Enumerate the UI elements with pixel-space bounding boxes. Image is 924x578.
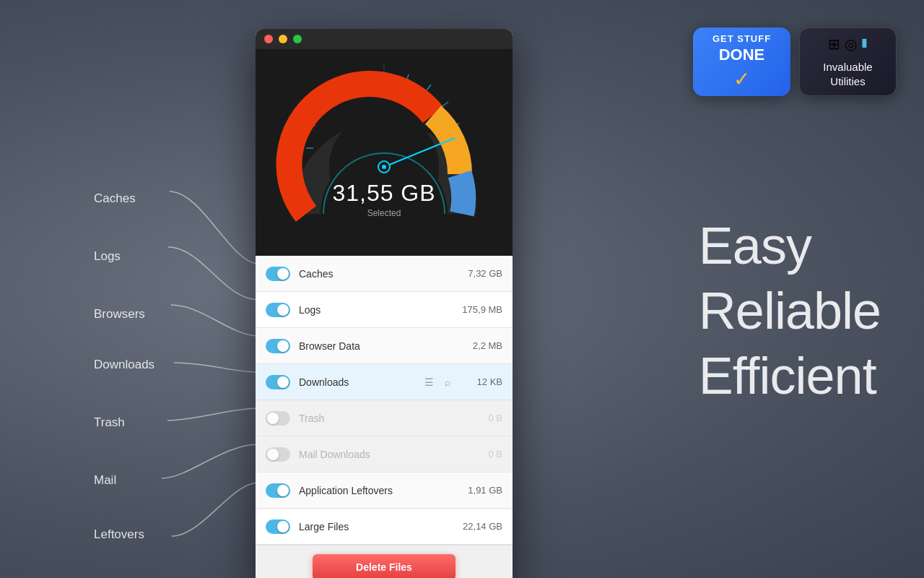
gauge-value: 31,55 GB <box>332 180 435 207</box>
item-size-mail-downloads: 0 B <box>463 449 502 460</box>
label-downloads: Downloads <box>94 358 154 372</box>
item-size-trash: 0 B <box>463 413 502 423</box>
downloads-icons: ☰ ⌕ <box>422 376 454 389</box>
toggle-knob-caches <box>277 268 289 280</box>
list-item-mail-downloads[interactable]: Mail Downloads 0 B <box>256 436 513 473</box>
tagline-easy: Easy <box>699 213 881 278</box>
tagline-efficient: Efficient <box>699 343 881 408</box>
tagline-reliable: Reliable <box>699 278 881 343</box>
item-name-caches: Caches <box>299 268 463 280</box>
toggle-knob-trash <box>267 413 279 424</box>
toggle-knob-browser <box>277 340 289 352</box>
toggle-knob-large-files <box>277 521 289 532</box>
toggle-browser-data[interactable] <box>266 339 290 353</box>
label-caches: Caches <box>94 191 136 206</box>
label-logs: Logs <box>94 249 121 264</box>
item-size-app-leftovers: 1,91 GB <box>463 485 502 496</box>
gauge-selected-label: Selected <box>332 208 435 218</box>
item-name-trash: Trash <box>299 413 463 424</box>
list-icon[interactable]: ☰ <box>422 376 435 389</box>
gauge-center-text: 31,55 GB Selected <box>332 180 435 218</box>
app-window: 31,55 GB Selected Caches 7,32 GB Logs 17… <box>256 29 513 578</box>
label-browsers: Browsers <box>94 307 145 322</box>
item-size-logs: 175,9 MB <box>462 304 502 315</box>
item-name-mail-downloads: Mail Downloads <box>299 449 463 460</box>
item-name-large-files: Large Files <box>299 521 463 532</box>
list-item-caches[interactable]: Caches 7,32 GB <box>256 256 513 292</box>
item-name-logs: Logs <box>299 304 462 316</box>
title-bar <box>256 29 513 49</box>
toggle-knob-logs <box>277 304 289 316</box>
toggle-knob-mail <box>267 449 279 460</box>
toggle-logs[interactable] <box>266 303 290 317</box>
list-item-large-files[interactable]: Large Files 22,14 GB <box>256 509 513 545</box>
toggle-knob-downloads <box>277 376 289 388</box>
utility-label: InvaluableUtilities <box>823 60 872 88</box>
list-item-downloads[interactable]: Downloads ☰ ⌕ 12 KB <box>256 364 513 400</box>
close-button[interactable] <box>264 35 273 43</box>
gauge-area: 31,55 GB Selected <box>256 49 513 256</box>
label-mail: Mail <box>94 473 116 488</box>
delete-files-button[interactable]: Delete Files <box>313 554 456 578</box>
label-trash: Trash <box>94 415 125 430</box>
item-size-caches: 7,32 GB <box>463 268 502 279</box>
item-size-downloads: 12 KB <box>463 376 502 387</box>
delete-bar: Delete Files <box>256 545 513 578</box>
get-stuff-done-badge[interactable]: GET STUFF DONE ✓ <box>693 27 790 96</box>
toggle-caches[interactable] <box>266 267 290 281</box>
invaluable-utilities-badge[interactable]: ⊞ ◎ ▮ InvaluableUtilities <box>799 27 897 96</box>
gauge-svg <box>276 59 492 246</box>
item-name-downloads: Downloads <box>299 376 422 388</box>
list-item-logs[interactable]: Logs 175,9 MB <box>256 292 513 328</box>
item-name-browser-data: Browser Data <box>299 340 463 352</box>
toggle-large-files[interactable] <box>266 519 290 534</box>
toggle-downloads[interactable] <box>266 375 290 389</box>
gsd-line1: GET STUFF <box>712 33 771 44</box>
maximize-button[interactable] <box>293 35 302 43</box>
list-item-trash[interactable]: Trash 0 B <box>256 400 513 436</box>
badges-container: GET STUFF DONE ✓ ⊞ ◎ ▮ InvaluableUtiliti… <box>693 27 897 96</box>
toggle-app-leftovers[interactable] <box>266 483 290 498</box>
toggle-knob-leftovers <box>277 485 289 496</box>
toggle-trash[interactable] <box>266 411 290 426</box>
item-name-app-leftovers: Application Leftovers <box>299 485 463 496</box>
list-item-browser-data[interactable]: Browser Data 2,2 MB <box>256 328 513 364</box>
grid-icon: ⊞ <box>828 35 840 53</box>
list-area: Caches 7,32 GB Logs 175,9 MB Browser Dat… <box>256 256 513 545</box>
minimize-button[interactable] <box>279 35 287 43</box>
item-size-large-files: 22,14 GB <box>463 521 502 532</box>
gsd-line2: DONE <box>719 46 765 64</box>
label-leftovers: Leftovers <box>94 527 144 542</box>
taglines: Easy Reliable Efficient <box>699 213 881 408</box>
utility-icons: ⊞ ◎ ▮ <box>828 35 868 53</box>
item-size-browser-data: 2,2 MB <box>463 340 502 351</box>
svg-point-3 <box>382 165 386 169</box>
toggle-mail-downloads[interactable] <box>266 447 290 462</box>
list-item-app-leftovers[interactable]: Application Leftovers 1,91 GB <box>256 473 513 509</box>
battery-icon: ▮ <box>861 35 868 53</box>
circle-icon: ◎ <box>845 35 857 53</box>
search-icon[interactable]: ⌕ <box>441 376 454 389</box>
gsd-check-icon: ✓ <box>733 67 750 91</box>
